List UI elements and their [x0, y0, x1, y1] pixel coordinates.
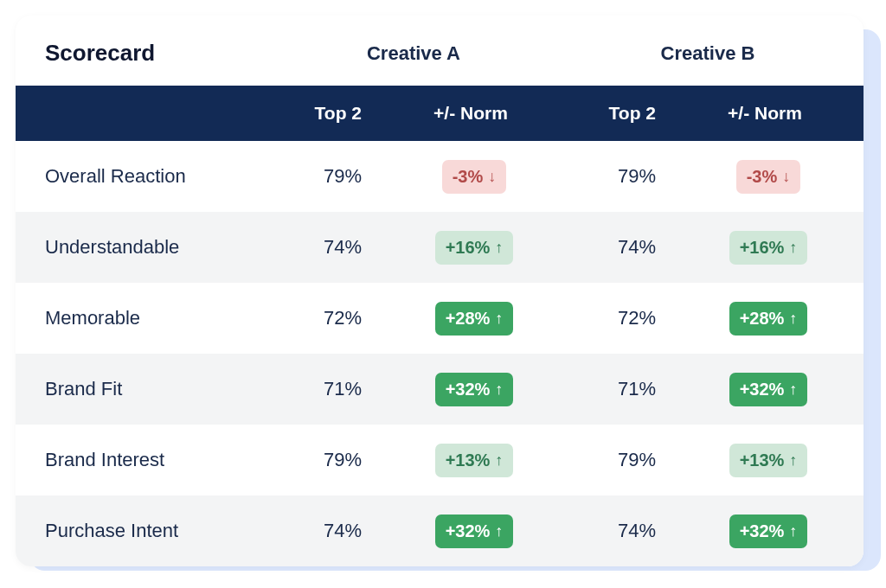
norm-cell-b: +32%↑ — [682, 373, 855, 406]
table-row: Brand Fit71%+32%↑71%+32%↑ — [16, 354, 864, 425]
arrow-up-icon: ↑ — [789, 310, 797, 326]
top2-value-a: 74% — [266, 236, 388, 259]
header-row: Scorecard Creative A Creative B — [16, 16, 864, 86]
norm-value: +32% — [740, 380, 785, 399]
norm-value: -3% — [453, 167, 484, 187]
norm-cell-b: +32%↑ — [682, 514, 855, 548]
metric-label: Purchase Intent — [16, 520, 266, 542]
norm-value: -3% — [747, 167, 778, 187]
table-row: Purchase Intent74%+32%↑74%+32%↑ — [16, 495, 864, 566]
arrow-up-icon: ↑ — [495, 452, 503, 468]
norm-cell-b: +13%↑ — [682, 444, 855, 477]
metric-label: Understandable — [16, 236, 266, 259]
norm-badge: +28%↑ — [729, 302, 808, 336]
sub-header-row: Top 2 +/- Norm Top 2 +/- Norm — [16, 86, 864, 141]
norm-badge: +32%↑ — [729, 514, 808, 548]
arrow-up-icon: ↑ — [789, 523, 797, 539]
arrow-up-icon: ↑ — [495, 523, 503, 539]
norm-cell-b: -3%↓ — [682, 160, 855, 194]
table-row: Memorable72%+28%↑72%+28%↑ — [16, 283, 864, 354]
metric-label: Brand Fit — [16, 378, 266, 400]
arrow-up-icon: ↑ — [495, 240, 503, 255]
norm-badge: +13%↑ — [435, 444, 514, 477]
top2-value-a: 79% — [266, 165, 388, 188]
col-a-norm: +/- Norm — [388, 103, 561, 124]
norm-cell-b: +16%↑ — [682, 231, 855, 265]
col-b-norm: +/- Norm — [682, 103, 855, 124]
top2-value-b: 74% — [561, 520, 682, 542]
table-row: Overall Reaction79%-3%↓79%-3%↓ — [16, 141, 864, 212]
table-row: Brand Interest79%+13%↑79%+13%↑ — [16, 425, 864, 495]
norm-value: +13% — [446, 451, 491, 470]
table-row: Understandable74%+16%↑74%+16%↑ — [16, 212, 864, 283]
norm-value: +16% — [740, 238, 785, 258]
page-title: Scorecard — [16, 40, 266, 67]
top2-value-a: 72% — [266, 307, 388, 329]
norm-cell-b: +28%↑ — [682, 302, 855, 336]
norm-value: +32% — [740, 521, 785, 541]
arrow-up-icon: ↑ — [495, 310, 503, 326]
norm-badge: +16%↑ — [435, 231, 514, 265]
norm-badge: +13%↑ — [729, 444, 808, 477]
top2-value-b: 79% — [561, 449, 682, 471]
top2-value-b: 74% — [561, 236, 682, 259]
top2-value-b: 71% — [561, 378, 682, 400]
arrow-up-icon: ↑ — [789, 381, 797, 397]
norm-value: +32% — [446, 380, 491, 399]
norm-value: +13% — [740, 451, 785, 470]
norm-cell-a: +32%↑ — [388, 373, 561, 406]
metric-label: Brand Interest — [16, 449, 266, 471]
norm-badge: +28%↑ — [435, 302, 514, 336]
col-b-top2: Top 2 — [561, 103, 682, 124]
arrow-down-icon: ↓ — [782, 169, 790, 184]
norm-badge: -3%↓ — [442, 160, 507, 194]
norm-value: +16% — [446, 238, 491, 258]
norm-cell-a: +28%↑ — [388, 302, 561, 336]
norm-badge: +32%↑ — [435, 514, 514, 548]
top2-value-b: 72% — [561, 307, 682, 329]
norm-badge: +32%↑ — [435, 373, 514, 406]
arrow-down-icon: ↓ — [488, 169, 496, 184]
metric-label: Overall Reaction — [16, 165, 266, 188]
top2-value-a: 74% — [266, 520, 388, 542]
top2-value-a: 71% — [266, 378, 388, 400]
norm-cell-a: -3%↓ — [388, 160, 561, 194]
norm-value: +32% — [446, 521, 491, 541]
norm-badge: +16%↑ — [729, 231, 808, 265]
metric-label: Memorable — [16, 307, 266, 329]
col-a-top2: Top 2 — [266, 103, 388, 124]
norm-value: +28% — [740, 309, 785, 329]
norm-value: +28% — [446, 309, 491, 329]
column-group-creative-b: Creative B — [561, 42, 855, 65]
top2-value-b: 79% — [561, 165, 682, 188]
table-body: Overall Reaction79%-3%↓79%-3%↓Understand… — [16, 141, 864, 566]
scorecard-card: Scorecard Creative A Creative B Top 2 +/… — [16, 16, 864, 566]
arrow-up-icon: ↑ — [495, 381, 503, 397]
norm-cell-a: +32%↑ — [388, 514, 561, 548]
norm-cell-a: +13%↑ — [388, 444, 561, 477]
arrow-up-icon: ↑ — [789, 240, 797, 255]
top2-value-a: 79% — [266, 449, 388, 471]
column-group-creative-a: Creative A — [266, 42, 561, 65]
norm-badge: -3%↓ — [736, 160, 801, 194]
norm-cell-a: +16%↑ — [388, 231, 561, 265]
norm-badge: +32%↑ — [729, 373, 808, 406]
arrow-up-icon: ↑ — [789, 452, 797, 468]
